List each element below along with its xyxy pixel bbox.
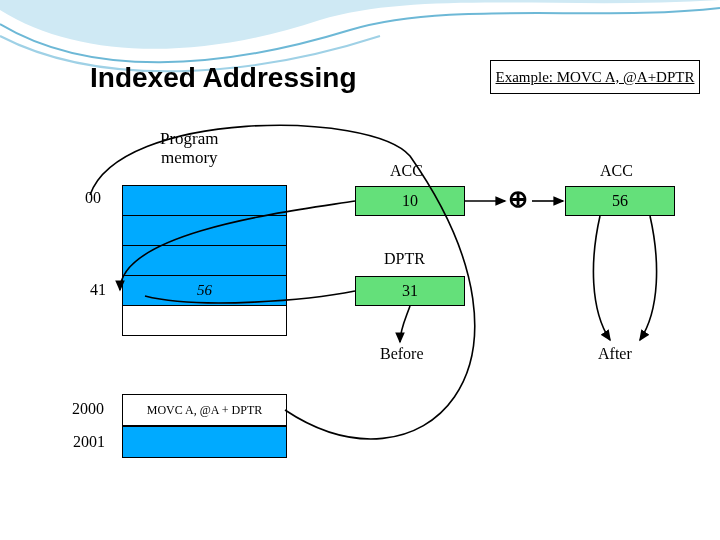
pm-label-2: memory <box>161 148 218 167</box>
mem-row-2001 <box>122 426 287 458</box>
addr-2000: 2000 <box>72 400 104 418</box>
label-before: Before <box>380 345 424 363</box>
mem-row-gap <box>123 306 287 336</box>
mem-row <box>123 246 287 276</box>
addr-00: 00 <box>85 189 101 207</box>
page-title: Indexed Addressing <box>90 62 357 94</box>
addr-41: 41 <box>90 281 106 299</box>
mem-row-41: 56 <box>123 276 287 306</box>
addr-2001: 2001 <box>73 433 105 451</box>
example-box: Example: MOVC A, @A+DPTR <box>490 60 700 94</box>
label-acc-after: ACC <box>600 162 633 180</box>
program-memory-label: Program memory <box>160 130 219 167</box>
pm-label-1: Program <box>160 129 219 148</box>
mem-row <box>123 216 287 246</box>
label-dptr: DPTR <box>384 250 425 268</box>
mem-row-2000-instruction: MOVC A, @A + DPTR <box>122 394 287 426</box>
example-text: Example: MOVC A, @A+DPTR <box>496 69 695 86</box>
acc-register-after: 56 <box>565 186 675 216</box>
label-after: After <box>598 345 632 363</box>
instruction-text: MOVC A, @A + DPTR <box>147 403 263 418</box>
mem-row-00 <box>123 186 287 216</box>
dptr-register-before: 31 <box>355 276 465 306</box>
program-memory-table: 56 <box>122 185 287 336</box>
label-acc-before: ACC <box>390 162 423 180</box>
acc-register-before: 10 <box>355 186 465 216</box>
addition-icon: ⊕ <box>508 185 528 213</box>
